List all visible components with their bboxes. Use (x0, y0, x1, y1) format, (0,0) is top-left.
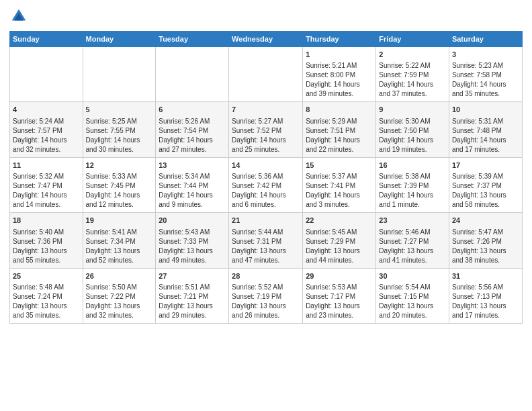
day-number: 21 (232, 216, 300, 226)
day-info-line: Daylight: 13 hours (232, 302, 300, 311)
day-cell (229, 47, 303, 102)
day-cell: 18Sunrise: 5:40 AMSunset: 7:36 PMDayligh… (10, 213, 83, 268)
day-info-line: Sunset: 7:47 PM (13, 181, 80, 191)
day-info-line: and 20 minutes. (379, 311, 446, 320)
day-cell: 22Sunrise: 5:45 AMSunset: 7:29 PMDayligh… (303, 213, 376, 268)
day-cell: 30Sunrise: 5:54 AMSunset: 7:15 PMDayligh… (376, 268, 449, 323)
day-number: 14 (232, 161, 300, 171)
day-info-line: and 26 minutes. (232, 311, 300, 320)
day-info-line: Daylight: 13 hours (159, 246, 226, 256)
day-number: 30 (379, 271, 446, 281)
day-number: 5 (86, 105, 153, 115)
day-cell: 29Sunrise: 5:53 AMSunset: 7:17 PMDayligh… (303, 268, 376, 323)
day-info-line: Sunrise: 5:24 AM (13, 117, 80, 126)
day-number: 13 (159, 161, 226, 171)
day-info-line: and 41 minutes. (379, 256, 446, 265)
day-cell: 24Sunrise: 5:47 AMSunset: 7:26 PMDayligh… (449, 213, 522, 268)
day-info-line: and 38 minutes. (452, 256, 519, 265)
day-info-line: Sunset: 7:26 PM (452, 237, 519, 246)
day-info-line: Sunset: 7:13 PM (452, 292, 519, 302)
logo (9, 7, 31, 26)
day-info-line: Daylight: 14 hours (306, 136, 373, 145)
header-row: SundayMondayTuesdayWednesdayThursdayFrid… (10, 32, 523, 47)
day-info-line: Daylight: 14 hours (232, 136, 300, 145)
day-number: 19 (86, 216, 153, 226)
day-info-line: and 1 minute. (379, 200, 446, 210)
day-cell: 16Sunrise: 5:38 AMSunset: 7:39 PMDayligh… (376, 157, 449, 212)
day-number: 17 (452, 161, 519, 171)
day-cell: 7Sunrise: 5:27 AMSunset: 7:52 PMDaylight… (229, 102, 303, 157)
day-info-line: Sunset: 7:15 PM (379, 292, 446, 302)
day-info-line: Sunset: 7:52 PM (232, 126, 300, 136)
day-info-line: Sunrise: 5:47 AM (452, 228, 519, 237)
day-info-line: Sunrise: 5:32 AM (13, 172, 80, 181)
day-info-line: Sunset: 7:57 PM (13, 126, 80, 136)
day-info-line: Sunset: 7:21 PM (159, 292, 226, 302)
day-info-line: and 35 minutes. (13, 311, 80, 320)
day-info-line: Sunrise: 5:40 AM (13, 228, 80, 237)
calendar-table: SundayMondayTuesdayWednesdayThursdayFrid… (9, 31, 523, 324)
day-info-line: Sunset: 7:24 PM (13, 292, 80, 302)
header (9, 7, 523, 26)
day-info-line: Sunrise: 5:22 AM (379, 61, 446, 71)
day-info-line: and 3 minutes. (306, 200, 373, 210)
day-info-line: Sunrise: 5:26 AM (159, 117, 226, 126)
header-cell-thursday: Thursday (303, 32, 376, 47)
day-info-line: Sunset: 7:34 PM (86, 237, 153, 246)
day-number: 4 (13, 105, 80, 115)
day-cell: 27Sunrise: 5:51 AMSunset: 7:21 PMDayligh… (156, 268, 229, 323)
day-number: 25 (13, 271, 80, 281)
header-cell-friday: Friday (376, 32, 449, 47)
day-cell: 25Sunrise: 5:48 AMSunset: 7:24 PMDayligh… (10, 268, 83, 323)
day-info-line: and 27 minutes. (159, 145, 226, 154)
day-info-line: Sunset: 7:17 PM (306, 292, 373, 302)
day-info-line: Daylight: 14 hours (13, 136, 80, 145)
day-info-line: Sunrise: 5:56 AM (452, 283, 519, 292)
header-cell-tuesday: Tuesday (156, 32, 229, 47)
day-info-line: Sunrise: 5:44 AM (232, 228, 300, 237)
day-info-line: Daylight: 14 hours (13, 191, 80, 200)
day-cell: 20Sunrise: 5:43 AMSunset: 7:33 PMDayligh… (156, 213, 229, 268)
day-cell: 13Sunrise: 5:34 AMSunset: 7:44 PMDayligh… (156, 157, 229, 212)
day-info-line: and 39 minutes. (306, 89, 373, 99)
day-cell: 28Sunrise: 5:52 AMSunset: 7:19 PMDayligh… (229, 268, 303, 323)
day-info-line: and 29 minutes. (159, 311, 226, 320)
day-info-line: Daylight: 13 hours (379, 302, 446, 311)
day-number: 24 (452, 216, 519, 226)
day-info-line: Daylight: 13 hours (306, 246, 373, 256)
day-info-line: Sunrise: 5:51 AM (159, 283, 226, 292)
day-info-line: Daylight: 14 hours (159, 191, 226, 200)
day-info-line: Daylight: 14 hours (232, 191, 300, 200)
day-info-line: Sunrise: 5:30 AM (379, 117, 446, 126)
day-info-line: Sunset: 7:58 PM (452, 71, 519, 80)
day-info-line: Daylight: 13 hours (452, 191, 519, 200)
day-cell: 26Sunrise: 5:50 AMSunset: 7:22 PMDayligh… (83, 268, 156, 323)
day-info-line: Sunset: 7:36 PM (13, 237, 80, 246)
day-info-line: Sunrise: 5:36 AM (232, 172, 300, 181)
day-number: 6 (159, 105, 226, 115)
day-info-line: and 55 minutes. (13, 256, 80, 265)
calendar-body: 1Sunrise: 5:21 AMSunset: 8:00 PMDaylight… (10, 47, 523, 324)
day-info-line: Sunrise: 5:43 AM (159, 228, 226, 237)
day-info-line: Sunset: 7:22 PM (86, 292, 153, 302)
day-cell: 4Sunrise: 5:24 AMSunset: 7:57 PMDaylight… (10, 102, 83, 157)
day-info-line: Sunrise: 5:41 AM (86, 228, 153, 237)
day-info-line: and 17 minutes. (452, 311, 519, 320)
day-info-line: Sunrise: 5:45 AM (306, 228, 373, 237)
header-cell-monday: Monday (83, 32, 156, 47)
day-info-line: Daylight: 14 hours (379, 136, 446, 145)
day-info-line: Daylight: 13 hours (379, 246, 446, 256)
day-cell: 21Sunrise: 5:44 AMSunset: 7:31 PMDayligh… (229, 213, 303, 268)
day-info-line: Sunset: 8:00 PM (306, 71, 373, 80)
day-info-line: Sunset: 7:27 PM (379, 237, 446, 246)
day-info-line: Sunrise: 5:23 AM (452, 61, 519, 71)
day-number: 23 (379, 216, 446, 226)
day-info-line: Sunrise: 5:48 AM (13, 283, 80, 292)
day-info-line: Daylight: 13 hours (159, 302, 226, 311)
day-cell: 2Sunrise: 5:22 AMSunset: 7:59 PMDaylight… (376, 47, 449, 102)
day-info-line: Daylight: 14 hours (452, 136, 519, 145)
day-info-line: Sunrise: 5:39 AM (452, 172, 519, 181)
day-number: 1 (306, 50, 373, 60)
day-cell: 19Sunrise: 5:41 AMSunset: 7:34 PMDayligh… (83, 213, 156, 268)
header-cell-saturday: Saturday (449, 32, 522, 47)
